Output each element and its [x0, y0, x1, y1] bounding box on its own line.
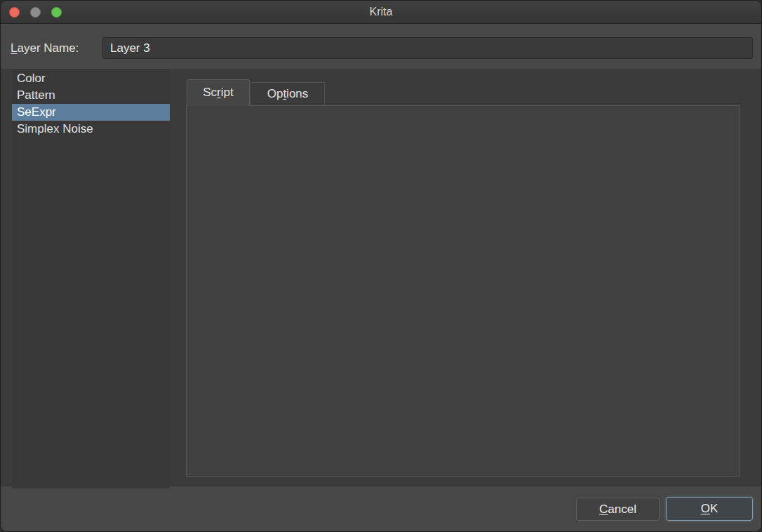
layer-name-input[interactable] [102, 37, 753, 59]
ok-button[interactable]: OK [666, 497, 753, 521]
tab-script[interactable]: Script [187, 79, 250, 106]
generator-type-list: Color Pattern SeExpr Simplex Noise [12, 69, 170, 488]
window-title: Krita [1, 1, 761, 23]
list-item-color[interactable]: Color [12, 70, 170, 87]
list-item-simplex-noise[interactable]: Simplex Noise [12, 121, 170, 138]
cancel-button[interactable]: Cancel [576, 498, 660, 521]
list-item-seexpr[interactable]: SeExpr [12, 104, 170, 121]
minimize-button[interactable] [30, 7, 41, 18]
zoom-button[interactable] [51, 7, 62, 18]
krita-dialog-window: Krita Layer Name: Color Pattern SeExpr S… [0, 0, 762, 532]
close-button[interactable] [9, 7, 20, 18]
tab-options[interactable]: Options [250, 82, 325, 106]
script-tab-pane [186, 105, 740, 477]
ok-button-label: OK [701, 502, 718, 516]
titlebar[interactable]: Krita [1, 1, 761, 24]
cancel-button-label: Cancel [599, 503, 636, 517]
list-item-pattern[interactable]: Pattern [12, 87, 170, 104]
layer-name-label: Layer Name: [11, 41, 79, 55]
